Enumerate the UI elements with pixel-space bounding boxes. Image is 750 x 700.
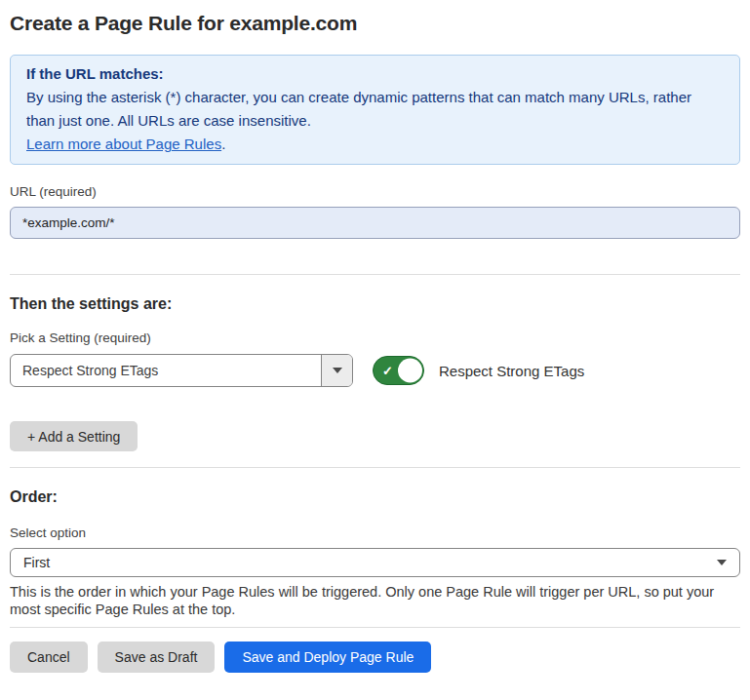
divider [10,274,740,275]
order-dropdown-value: First [23,555,717,570]
toggle-label: Respect Strong ETags [439,363,584,379]
url-match-info-box: If the URL matches: By using the asteris… [10,55,740,165]
setting-dropdown-value: Respect Strong ETags [11,355,321,386]
info-box-link-line: Learn more about Page Rules. [26,133,724,156]
etags-toggle[interactable]: ✓ [373,356,424,385]
page-title: Create a Page Rule for example.com [10,12,740,35]
url-field-label: URL (required) [10,184,740,199]
order-dropdown[interactable]: First [10,548,740,577]
setting-dropdown-arrow-button[interactable] [321,355,352,386]
pick-setting-label: Pick a Setting (required) [10,331,740,345]
setting-dropdown[interactable]: Respect Strong ETags [10,354,353,387]
chevron-down-icon [333,368,342,373]
toggle-knob [398,359,422,383]
learn-more-link[interactable]: Learn more about Page Rules [26,136,221,152]
order-help-text: This is the order in which your Page Rul… [10,583,736,618]
setting-row: Respect Strong ETags ✓ Respect Strong ET… [10,354,740,387]
order-section-heading: Order: [10,488,740,506]
save-draft-button[interactable]: Save as Draft [98,642,216,673]
settings-section-heading: Then the settings are: [10,295,740,313]
check-icon: ✓ [382,365,393,377]
info-box-body: By using the asterisk (*) character, you… [26,86,724,133]
footer-actions: Cancel Save as Draft Save and Deploy Pag… [10,642,740,673]
link-suffix: . [221,136,225,152]
divider [10,627,740,628]
order-select-label: Select option [10,525,740,540]
info-box-heading: If the URL matches: [26,62,724,86]
divider [10,467,740,468]
setting-toggle-group: ✓ Respect Strong ETags [373,356,584,385]
url-input[interactable] [10,207,740,239]
save-deploy-button[interactable]: Save and Deploy Page Rule [224,642,431,673]
cancel-button[interactable]: Cancel [10,642,88,673]
add-setting-button[interactable]: + Add a Setting [10,421,138,451]
chevron-down-icon [717,560,727,565]
page-rule-form: Create a Page Rule for example.com If th… [0,0,750,682]
